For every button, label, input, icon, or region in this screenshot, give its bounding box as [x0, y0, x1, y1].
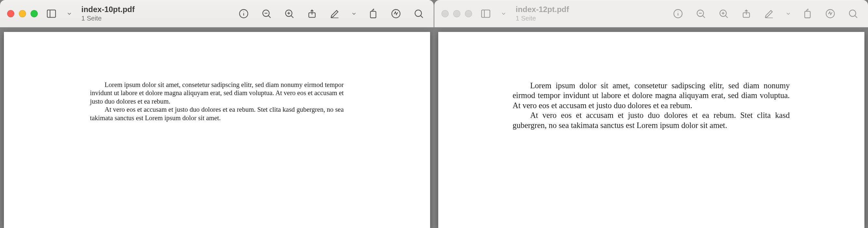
paragraph-1: Lorem ipsum dolor sit amet, consetetur s…	[90, 81, 344, 106]
highlight-button[interactable]	[823, 6, 838, 22]
svg-point-17	[415, 10, 422, 16]
page-count-label: 1 Seite	[81, 15, 146, 22]
svg-line-25	[703, 16, 705, 18]
fullscreen-button[interactable]	[465, 10, 472, 17]
markup-menu-chevron[interactable]	[350, 6, 358, 22]
zoom-out-button[interactable]	[693, 6, 709, 22]
page-count-label: 1 Seite	[516, 15, 581, 22]
paragraph-2: At vero eos et accusam et justo duo dolo…	[513, 110, 790, 130]
search-button[interactable]	[845, 6, 861, 22]
markup-menu-chevron[interactable]	[784, 6, 793, 22]
document-viewport[interactable]: Lorem ipsum dolor sit amet, consetetur s…	[0, 27, 434, 228]
minimize-button[interactable]	[19, 10, 26, 17]
highlight-button[interactable]	[388, 6, 404, 22]
svg-rect-0	[47, 10, 56, 17]
text-content: Lorem ipsum dolor sit amet, consetetur s…	[90, 81, 344, 228]
toolbar-actions	[236, 6, 427, 22]
minimize-button[interactable]	[453, 10, 460, 17]
markup-button[interactable]	[761, 6, 777, 22]
zoom-out-button[interactable]	[259, 6, 274, 22]
pdf-page: Lorem ipsum dolor sit amet, consetetur s…	[4, 32, 430, 228]
info-button[interactable]	[236, 6, 251, 22]
svg-line-6	[269, 16, 270, 18]
info-button[interactable]	[670, 6, 686, 22]
close-button[interactable]	[7, 10, 14, 17]
paragraph-2: At vero eos et accusam et justo duo dolo…	[90, 106, 344, 122]
text-content: Lorem ipsum dolor sit amet, consetetur s…	[513, 81, 790, 228]
share-button[interactable]	[304, 6, 320, 22]
sidebar-menu-chevron[interactable]	[499, 6, 508, 22]
close-button[interactable]	[441, 10, 448, 17]
sidebar-toggle-button[interactable]	[43, 6, 59, 22]
zoom-in-button[interactable]	[281, 6, 297, 22]
pdf-page: Lorem ipsum dolor sit amet, consetetur s…	[438, 32, 864, 228]
svg-rect-19	[482, 10, 490, 17]
svg-line-37	[855, 16, 857, 18]
paragraph-1: Lorem ipsum dolor sit amet, consetetur s…	[513, 81, 790, 110]
sidebar-menu-chevron[interactable]	[65, 6, 73, 22]
toolbar: index-10pt.pdf 1 Seite	[0, 0, 434, 27]
search-button[interactable]	[411, 6, 427, 22]
svg-rect-15	[371, 11, 376, 18]
svg-line-28	[725, 16, 727, 18]
title-block: index-10pt.pdf 1 Seite	[81, 5, 146, 22]
preview-window-right: index-12pt.pdf 1 Seite	[434, 0, 868, 228]
svg-point-4	[243, 11, 244, 12]
toolbar-actions	[670, 6, 861, 22]
document-title: index-12pt.pdf	[516, 5, 581, 14]
svg-line-18	[421, 16, 423, 18]
rotate-button[interactable]	[365, 6, 381, 22]
rotate-button[interactable]	[800, 6, 815, 22]
title-block: index-12pt.pdf 1 Seite	[516, 5, 581, 22]
sidebar-toggle-button[interactable]	[478, 6, 494, 22]
window-controls	[441, 10, 472, 17]
svg-line-9	[291, 16, 293, 18]
markup-button[interactable]	[327, 6, 343, 22]
zoom-in-button[interactable]	[716, 6, 731, 22]
document-title: index-10pt.pdf	[81, 5, 146, 14]
preview-window-left: index-10pt.pdf 1 Seite	[0, 0, 434, 228]
toolbar: index-12pt.pdf 1 Seite	[434, 0, 868, 27]
svg-point-36	[849, 10, 856, 16]
share-button[interactable]	[739, 6, 754, 22]
svg-rect-34	[805, 11, 810, 18]
document-viewport[interactable]: Lorem ipsum dolor sit amet, consetetur s…	[434, 27, 868, 228]
svg-point-23	[678, 11, 678, 12]
fullscreen-button[interactable]	[31, 10, 38, 17]
window-controls	[7, 10, 38, 17]
